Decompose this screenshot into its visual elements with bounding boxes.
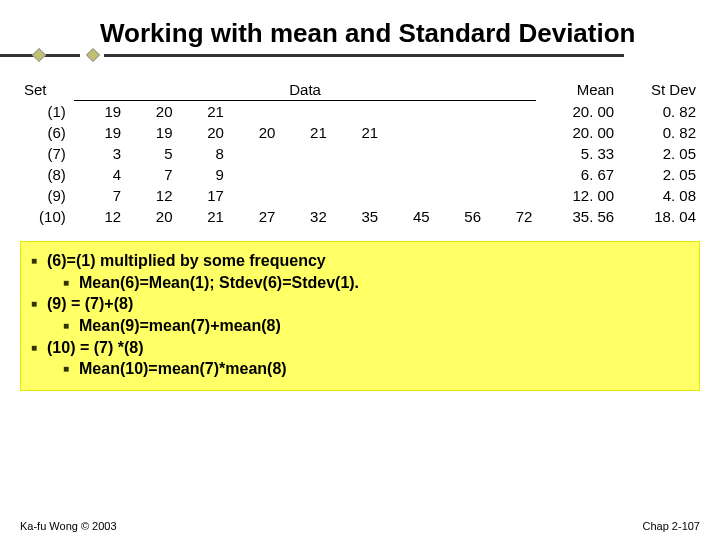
data-cell bbox=[382, 122, 433, 143]
note-text: (10) = (7) *(8) bbox=[47, 339, 143, 356]
data-cell: 21 bbox=[279, 122, 330, 143]
notes-box: (6)=(1) multiplied by some frequencyMean… bbox=[20, 241, 700, 391]
title-block: Working with mean and Standard Deviation bbox=[0, 0, 720, 55]
note-subitem: Mean(10)=mean(7)*mean(8) bbox=[31, 358, 689, 380]
set-cell: (6) bbox=[20, 122, 74, 143]
data-cell: 35 bbox=[331, 206, 382, 227]
data-cell: 32 bbox=[279, 206, 330, 227]
data-cell: 12 bbox=[125, 185, 176, 206]
data-cell bbox=[485, 143, 536, 164]
data-cell bbox=[434, 185, 485, 206]
data-cell: 7 bbox=[125, 164, 176, 185]
mean-cell: 5. 33 bbox=[536, 143, 618, 164]
note-item: (9) = (7)+(8) bbox=[31, 293, 689, 315]
note-subtext: Mean(6)=Mean(1); Stdev(6)=Stdev(1). bbox=[79, 274, 359, 291]
mean-cell: 35. 56 bbox=[536, 206, 618, 227]
data-cell: 45 bbox=[382, 206, 433, 227]
footer-right: Chap 2-107 bbox=[643, 520, 701, 532]
data-cell bbox=[485, 101, 536, 123]
set-cell: (9) bbox=[20, 185, 74, 206]
note-text: (6)=(1) multiplied by some frequency bbox=[47, 252, 326, 269]
note-subitem: Mean(6)=Mean(1); Stdev(6)=Stdev(1). bbox=[31, 272, 689, 294]
data-cell bbox=[434, 143, 485, 164]
note-item: (6)=(1) multiplied by some frequency bbox=[31, 250, 689, 272]
data-cell: 21 bbox=[177, 206, 228, 227]
data-cell: 5 bbox=[125, 143, 176, 164]
note-item: (10) = (7) *(8) bbox=[31, 337, 689, 359]
data-cell: 21 bbox=[331, 122, 382, 143]
data-cell: 20 bbox=[125, 206, 176, 227]
data-cell: 20 bbox=[228, 122, 279, 143]
note-subitem: Mean(9)=mean(7)+mean(8) bbox=[31, 315, 689, 337]
data-cell bbox=[382, 101, 433, 123]
data-cell bbox=[331, 101, 382, 123]
data-cell bbox=[279, 164, 330, 185]
data-cell: 8 bbox=[177, 143, 228, 164]
table-row: (1)19202120. 000. 82 bbox=[20, 101, 700, 123]
data-cell bbox=[382, 143, 433, 164]
set-cell: (1) bbox=[20, 101, 74, 123]
data-cell: 3 bbox=[74, 143, 125, 164]
footer: Ka-fu Wong © 2003 Chap 2-107 bbox=[20, 520, 700, 532]
data-cell bbox=[331, 164, 382, 185]
stdev-cell: 2. 05 bbox=[618, 164, 700, 185]
data-cell bbox=[382, 185, 433, 206]
data-cell bbox=[485, 164, 536, 185]
data-cell bbox=[331, 185, 382, 206]
table-row: (7)3585. 332. 05 bbox=[20, 143, 700, 164]
data-cell: 4 bbox=[74, 164, 125, 185]
data-cell: 9 bbox=[177, 164, 228, 185]
data-cell bbox=[228, 185, 279, 206]
col-data: Data bbox=[74, 79, 537, 101]
data-cell: 21 bbox=[177, 101, 228, 123]
mean-cell: 6. 67 bbox=[536, 164, 618, 185]
data-cell bbox=[382, 164, 433, 185]
data-cell: 27 bbox=[228, 206, 279, 227]
data-cell: 19 bbox=[74, 122, 125, 143]
col-set: Set bbox=[20, 79, 74, 101]
table-row: (6)19192020212120. 000. 82 bbox=[20, 122, 700, 143]
data-cell bbox=[331, 143, 382, 164]
stdev-cell: 0. 82 bbox=[618, 122, 700, 143]
stdev-cell: 4. 08 bbox=[618, 185, 700, 206]
stdev-cell: 18. 04 bbox=[618, 206, 700, 227]
data-cell: 20 bbox=[177, 122, 228, 143]
data-cell bbox=[485, 122, 536, 143]
note-text: (9) = (7)+(8) bbox=[47, 295, 133, 312]
data-cell: 56 bbox=[434, 206, 485, 227]
data-cell: 19 bbox=[74, 101, 125, 123]
data-cell bbox=[434, 101, 485, 123]
data-cell bbox=[279, 143, 330, 164]
stdev-cell: 0. 82 bbox=[618, 101, 700, 123]
stdev-cell: 2. 05 bbox=[618, 143, 700, 164]
data-cell: 17 bbox=[177, 185, 228, 206]
note-subtext: Mean(9)=mean(7)+mean(8) bbox=[79, 317, 281, 334]
data-cell bbox=[279, 101, 330, 123]
table-row: (9)7121712. 004. 08 bbox=[20, 185, 700, 206]
set-cell: (8) bbox=[20, 164, 74, 185]
data-cell bbox=[228, 164, 279, 185]
table-row: (8)4796. 672. 05 bbox=[20, 164, 700, 185]
set-cell: (10) bbox=[20, 206, 74, 227]
table-row: (10)12202127323545567235. 5618. 04 bbox=[20, 206, 700, 227]
data-cell: 20 bbox=[125, 101, 176, 123]
title-decoration bbox=[0, 45, 720, 65]
data-cell bbox=[279, 185, 330, 206]
data-cell: 72 bbox=[485, 206, 536, 227]
note-subtext: Mean(10)=mean(7)*mean(8) bbox=[79, 360, 287, 377]
data-cell bbox=[228, 143, 279, 164]
set-cell: (7) bbox=[20, 143, 74, 164]
data-cell: 7 bbox=[74, 185, 125, 206]
data-cell bbox=[228, 101, 279, 123]
mean-cell: 12. 00 bbox=[536, 185, 618, 206]
stats-table: Set Data Mean St Dev (1)19202120. 000. 8… bbox=[20, 79, 700, 227]
footer-left: Ka-fu Wong © 2003 bbox=[20, 520, 117, 532]
data-cell: 12 bbox=[74, 206, 125, 227]
col-stdev: St Dev bbox=[618, 79, 700, 101]
data-cell: 19 bbox=[125, 122, 176, 143]
col-mean: Mean bbox=[536, 79, 618, 101]
data-table-area: Set Data Mean St Dev (1)19202120. 000. 8… bbox=[20, 79, 700, 227]
data-cell bbox=[434, 122, 485, 143]
mean-cell: 20. 00 bbox=[536, 101, 618, 123]
data-cell bbox=[485, 185, 536, 206]
